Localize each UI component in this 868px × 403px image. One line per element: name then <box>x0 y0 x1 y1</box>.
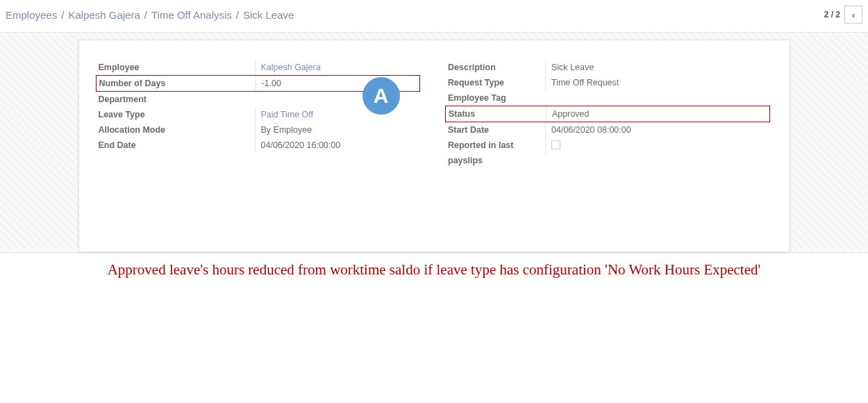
field-employee-tag: Employee Tag <box>448 90 770 106</box>
field-label-request-type: Request Type <box>448 75 545 90</box>
field-start-date: Start Date 04/06/2020 08:00:00 <box>448 122 770 138</box>
annotation-badge-a: A <box>362 77 400 115</box>
field-label-number-of-days: Number of Days <box>99 76 256 91</box>
field-label-description: Description <box>448 60 545 75</box>
field-value-request-type: Time Off Request <box>545 75 770 90</box>
field-label-employee: Employee <box>99 60 255 75</box>
breadcrumb-separator: / <box>236 9 239 21</box>
pager-prev-button[interactable]: ‹ <box>844 6 862 24</box>
field-label-status: Status <box>449 106 546 122</box>
record-form-card: Employee Kalpesh Gajera Number of Days -… <box>78 40 790 252</box>
field-label-reported: Reported in last payslips <box>448 138 545 168</box>
field-label-employee-tag: Employee Tag <box>448 90 545 106</box>
chevron-left-icon: ‹ <box>852 10 855 20</box>
field-employee: Employee Kalpesh Gajera <box>99 60 421 75</box>
annotation-caption: Approved leave's hours reduced from work… <box>0 253 868 287</box>
form-stage: Employee Kalpesh Gajera Number of Days -… <box>0 33 868 253</box>
field-request-type: Request Type Time Off Request <box>448 75 770 90</box>
field-label-department: Department <box>99 92 255 107</box>
form-right-column: Description Sick Leave Request Type Time… <box>448 60 770 168</box>
pager: 2 / 2 ‹ <box>824 6 862 24</box>
field-value-end-date: 04/06/2020 16:00:00 <box>255 138 421 153</box>
field-reported-in-last-payslips: Reported in last payslips <box>448 138 770 168</box>
field-allocation-mode: Allocation Mode By Employee <box>99 122 421 138</box>
field-description: Description Sick Leave <box>448 60 770 75</box>
field-label-start-date: Start Date <box>448 122 545 138</box>
page-header: Employees / Kalpesh Gajera / Time Off An… <box>0 0 868 33</box>
field-end-date: End Date 04/06/2020 16:00:00 <box>99 138 421 153</box>
breadcrumb-analysis[interactable]: Time Off Analysis <box>151 9 232 21</box>
field-value-allocation-mode: By Employee <box>255 122 421 138</box>
checkbox-reported[interactable] <box>551 140 560 149</box>
field-value-description: Sick Leave <box>545 60 770 75</box>
pager-label: 2 / 2 <box>824 10 840 19</box>
breadcrumb: Employees / Kalpesh Gajera / Time Off An… <box>6 9 294 21</box>
breadcrumb-separator: / <box>61 9 64 21</box>
field-label-leave-type: Leave Type <box>99 107 255 122</box>
breadcrumb-person[interactable]: Kalpesh Gajera <box>68 9 140 21</box>
field-value-employee[interactable]: Kalpesh Gajera <box>255 60 421 75</box>
breadcrumb-separator: / <box>144 9 147 21</box>
breadcrumb-employees[interactable]: Employees <box>6 9 57 21</box>
field-value-reported <box>545 138 770 154</box>
field-value-leave-type[interactable]: Paid Time Off <box>255 107 421 122</box>
field-status: Status Approved <box>445 106 770 122</box>
field-value-status: Approved <box>546 106 769 122</box>
field-value-start-date: 04/06/2020 08:00:00 <box>545 122 770 138</box>
field-label-allocation-mode: Allocation Mode <box>99 122 255 138</box>
field-label-end-date: End Date <box>99 138 255 153</box>
breadcrumb-current: Sick Leave <box>243 9 294 21</box>
